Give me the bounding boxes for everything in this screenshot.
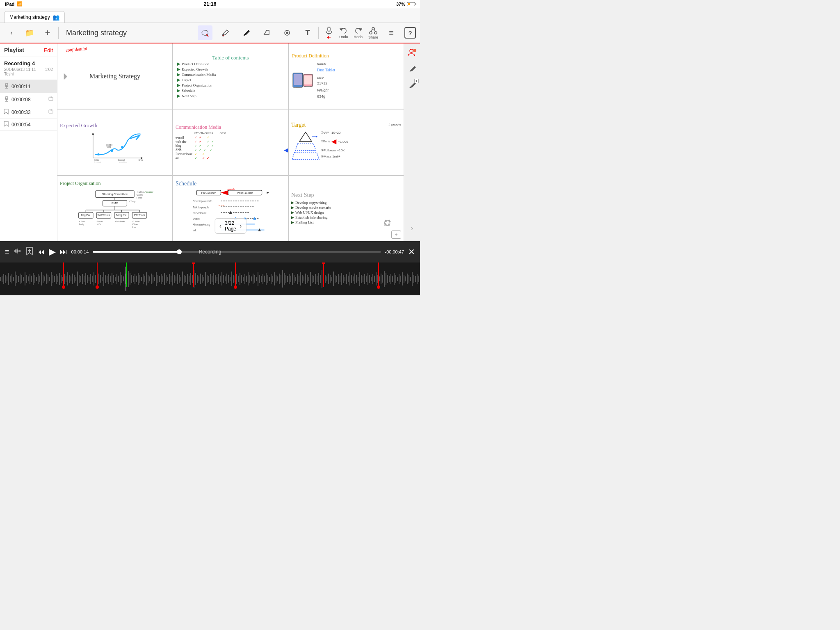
close-player-button[interactable]: ✕ bbox=[408, 247, 415, 257]
right-pen-icon[interactable] bbox=[406, 63, 418, 75]
ns-item: ▶ Establish info sharing bbox=[291, 215, 328, 219]
undo-button[interactable]: Undo bbox=[339, 27, 348, 39]
svg-rect-368 bbox=[377, 275, 378, 283]
svg-rect-339 bbox=[330, 275, 331, 283]
svg-rect-141 bbox=[5, 275, 6, 283]
add-button[interactable]: + bbox=[40, 25, 55, 40]
playlist-item[interactable]: 00:00:08 bbox=[0, 93, 57, 106]
divider2 bbox=[318, 27, 319, 39]
page-nav-controls[interactable]: ‹ 3/22 Page › bbox=[215, 218, 247, 234]
svg-rect-315 bbox=[290, 276, 291, 282]
cell-marketing-strategy[interactable]: confidential ⏵ Marketing Strategy bbox=[57, 43, 172, 109]
recycle-icon[interactable] bbox=[383, 219, 391, 229]
svg-rect-193 bbox=[90, 274, 91, 284]
lasso2-tool[interactable] bbox=[280, 25, 294, 40]
tab-bar[interactable]: Marketing strategy 👥 bbox=[0, 8, 420, 23]
svg-rect-337 bbox=[326, 276, 327, 281]
svg-rect-161 bbox=[38, 274, 39, 284]
svg-rect-359 bbox=[363, 276, 363, 282]
menu-button[interactable]: ≡ bbox=[384, 25, 399, 40]
svg-rect-248 bbox=[180, 277, 181, 281]
main-area: Playlist Edit Recording 4 2014/06/13 11:… bbox=[0, 43, 420, 241]
prev-track-button[interactable]: ⏮ bbox=[37, 248, 45, 256]
svg-rect-344 bbox=[338, 274, 339, 284]
add-bookmark-button[interactable] bbox=[26, 247, 33, 258]
svg-rect-390 bbox=[413, 275, 414, 283]
right-collapse-button[interactable]: › bbox=[406, 222, 418, 234]
svg-text:time: time bbox=[139, 158, 144, 161]
cell-project-org[interactable]: Project Organization Steering Committee … bbox=[57, 176, 172, 241]
item-time: 00:00:33 bbox=[11, 110, 48, 115]
waveform-area[interactable] bbox=[0, 262, 420, 295]
back-button[interactable]: ‹ bbox=[4, 25, 19, 40]
svg-rect-148 bbox=[16, 275, 17, 283]
svg-rect-197 bbox=[97, 276, 98, 281]
svg-rect-174 bbox=[59, 273, 60, 285]
ns-item: ▶ Develop copywriting bbox=[291, 201, 326, 205]
record-icon bbox=[3, 82, 11, 90]
svg-rect-258 bbox=[197, 275, 198, 283]
right-pen2-icon[interactable]: 1 bbox=[406, 80, 418, 91]
svg-text:Point: Point bbox=[106, 146, 111, 148]
svg-rect-265 bbox=[208, 276, 209, 282]
cell-target[interactable]: Target # people bbox=[289, 110, 404, 175]
svg-rect-171 bbox=[54, 276, 55, 282]
text-tool[interactable]: T bbox=[300, 25, 315, 40]
cell-table-of-contents[interactable]: Table of contents ▶ Product Definition ▶… bbox=[173, 43, 288, 109]
cell-next-step[interactable]: Next Step ▶ Develop copywriting ▶ Develo… bbox=[289, 176, 404, 241]
svg-rect-234 bbox=[158, 275, 158, 283]
document-tab[interactable]: Marketing strategy 👥 bbox=[4, 11, 65, 23]
svg-rect-152 bbox=[23, 277, 24, 281]
toc-item: ▶ Target bbox=[177, 78, 191, 82]
svg-line-16 bbox=[374, 30, 375, 32]
svg-text:✓Tony: ✓Tony bbox=[128, 200, 135, 203]
cell-product-definition[interactable]: Product Definition bbox=[289, 43, 404, 109]
eraser-tool[interactable] bbox=[259, 25, 274, 40]
progress-thumb[interactable] bbox=[177, 249, 182, 254]
svg-rect-178 bbox=[66, 276, 66, 282]
pen-tool[interactable] bbox=[239, 25, 253, 40]
svg-rect-232 bbox=[154, 277, 155, 281]
right-person-icon[interactable] bbox=[406, 47, 418, 58]
playlist-view-button[interactable]: ≡ bbox=[5, 248, 9, 256]
svg-rect-320 bbox=[299, 276, 299, 282]
redo-button[interactable]: Redo bbox=[354, 27, 363, 39]
lasso-tool[interactable] bbox=[198, 25, 212, 40]
svg-rect-270 bbox=[217, 277, 217, 281]
item-time: 00:00:54 bbox=[11, 122, 54, 128]
playlist-item[interactable]: 00:00:33 bbox=[0, 106, 57, 119]
svg-rect-376 bbox=[390, 274, 391, 284]
help-button[interactable]: ? bbox=[404, 27, 416, 39]
toc-item: ▶ Project Organization bbox=[177, 83, 212, 87]
folder-button[interactable]: 📁 bbox=[22, 25, 37, 40]
ns-title: Next Step bbox=[291, 192, 314, 199]
svg-rect-318 bbox=[295, 277, 296, 281]
svg-rect-386 bbox=[407, 274, 408, 284]
next-page-button[interactable]: › bbox=[240, 222, 242, 230]
svg-rect-147 bbox=[15, 272, 16, 286]
cell-expected-growth[interactable]: Expected Growth time bbox=[57, 110, 172, 175]
cell-communication-media[interactable]: Communication Media effectiveness cost e… bbox=[173, 110, 288, 175]
next-track-button[interactable]: ⏭ bbox=[60, 248, 67, 256]
share-button[interactable]: Share bbox=[368, 26, 378, 39]
play-pause-button[interactable]: ▶ bbox=[49, 247, 56, 257]
svg-rect-166 bbox=[46, 274, 47, 284]
svg-rect-211 bbox=[120, 272, 121, 285]
edit-button[interactable]: Edit bbox=[44, 47, 53, 53]
playlist-item[interactable]: 00:00:11 bbox=[0, 80, 57, 93]
progress-bar[interactable] bbox=[93, 251, 381, 253]
svg-rect-287 bbox=[244, 274, 245, 284]
canvas-area[interactable]: confidential ⏵ Marketing Strategy Table … bbox=[57, 43, 404, 241]
svg-rect-188 bbox=[82, 274, 83, 284]
svg-text:Steve: Steve bbox=[96, 220, 103, 222]
prev-page-button[interactable]: ‹ bbox=[219, 222, 221, 230]
waveform-view-button[interactable] bbox=[14, 248, 22, 256]
svg-rect-378 bbox=[394, 273, 395, 285]
svg-rect-304 bbox=[272, 276, 273, 282]
eyedropper-tool[interactable] bbox=[218, 25, 233, 40]
zoom-button[interactable]: + bbox=[391, 231, 401, 239]
eg-title: Expected Growth bbox=[60, 122, 97, 129]
svg-rect-222 bbox=[138, 273, 139, 285]
mic-button[interactable] bbox=[324, 26, 333, 39]
playlist-item[interactable]: 00:00:54 bbox=[0, 119, 57, 131]
